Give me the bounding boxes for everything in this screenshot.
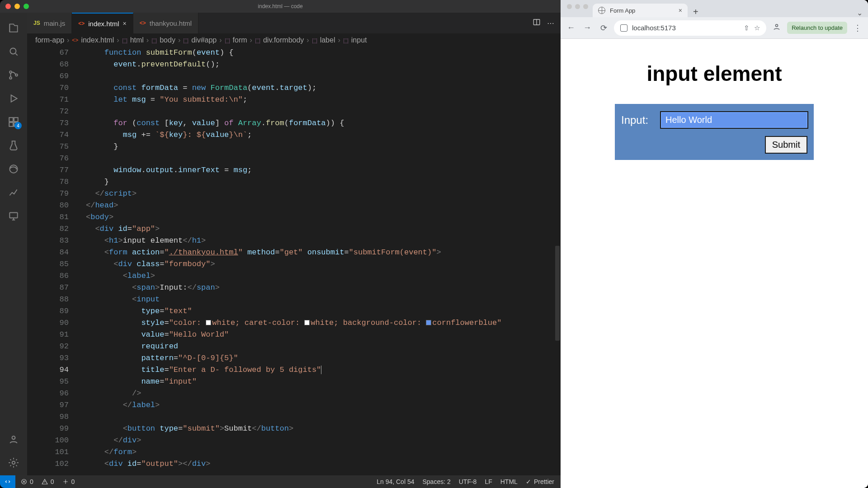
crumb-input: ⬚input bbox=[343, 36, 367, 44]
svg-point-15 bbox=[776, 24, 778, 27]
browser-close-button[interactable] bbox=[567, 4, 572, 9]
edge-icon[interactable] bbox=[3, 158, 24, 180]
input-label: Input: bbox=[621, 114, 648, 127]
traffic-lights bbox=[0, 4, 29, 9]
tab-label: index.html bbox=[88, 20, 119, 28]
breadcrumb[interactable]: form-app› <>index.html› ⬚html› ⬚body› ⬚d… bbox=[27, 33, 561, 47]
status-formatter[interactable]: ✓ Prettier bbox=[526, 478, 554, 485]
crumb-divapp: ⬚div#app bbox=[183, 36, 217, 44]
status-lang[interactable]: HTML bbox=[500, 478, 518, 485]
svg-rect-5 bbox=[14, 117, 18, 122]
reload-button[interactable]: ⟳ bbox=[598, 23, 609, 33]
vscode-titlebar: index.html — code bbox=[0, 0, 561, 13]
testing-icon[interactable] bbox=[3, 135, 24, 156]
explorer-icon[interactable] bbox=[3, 17, 24, 39]
browser-toolbar: ← → ⟳ localhost:5173 ⇧ ☆ Relaunch to upd… bbox=[561, 17, 868, 39]
svg-rect-6 bbox=[9, 122, 13, 127]
crumb-html: ⬚html bbox=[122, 36, 144, 44]
svg-rect-4 bbox=[9, 117, 13, 122]
share-icon[interactable]: ⇧ bbox=[744, 24, 750, 32]
svg-rect-9 bbox=[9, 212, 17, 218]
crumb-project: form-app bbox=[35, 36, 64, 44]
status-errors[interactable]: 0 bbox=[21, 478, 33, 485]
code-editor[interactable]: 6768697071727374757677787980818283848586… bbox=[27, 47, 561, 475]
browser-window: Form App × + ⌄ ← → ⟳ localhost:5173 ⇧ ☆ … bbox=[561, 0, 868, 488]
browser-tab-title: Form App bbox=[610, 7, 635, 14]
tab-label: main.js bbox=[44, 19, 66, 27]
status-bar: 0 0 0 Ln 94, Col 54 Spaces: 2 UTF-8 LF H… bbox=[0, 475, 561, 488]
globe-icon bbox=[598, 7, 605, 14]
activity-bar: 4 bbox=[0, 13, 27, 475]
svg-point-2 bbox=[9, 77, 12, 79]
page-heading: input element bbox=[646, 61, 782, 86]
crumb-formbody: ⬚div.formbody bbox=[255, 36, 304, 44]
graph-icon[interactable] bbox=[3, 182, 24, 203]
close-tab-icon[interactable]: × bbox=[123, 20, 127, 27]
bookmark-icon[interactable]: ☆ bbox=[754, 24, 760, 32]
profile-icon[interactable] bbox=[771, 22, 783, 33]
site-info-icon[interactable] bbox=[620, 24, 627, 32]
html-file-icon: <> bbox=[140, 20, 146, 26]
editor-area: JS main.js <> index.html × <> thankyou.h… bbox=[27, 13, 561, 475]
accounts-icon[interactable] bbox=[3, 428, 24, 450]
status-eol[interactable]: LF bbox=[485, 478, 492, 485]
svg-point-14 bbox=[65, 481, 66, 482]
crumb-label: ⬚label bbox=[312, 36, 335, 44]
close-window-button[interactable] bbox=[5, 4, 11, 9]
html-file-icon: <> bbox=[78, 20, 85, 27]
search-icon[interactable] bbox=[3, 41, 24, 62]
maximize-window-button[interactable] bbox=[24, 4, 29, 9]
tab-label: thankyou.html bbox=[150, 19, 192, 27]
status-spaces[interactable]: Spaces: 2 bbox=[422, 478, 450, 485]
extensions-badge: 4 bbox=[14, 122, 22, 129]
extensions-icon[interactable]: 4 bbox=[3, 111, 24, 133]
page-content: input element Input: Submit bbox=[561, 39, 868, 488]
js-file-icon: JS bbox=[33, 20, 40, 26]
line-gutter: 6768697071727374757677787980818283848586… bbox=[27, 47, 84, 475]
svg-point-1 bbox=[9, 71, 12, 73]
url-bar[interactable]: localhost:5173 ⇧ ☆ bbox=[614, 20, 766, 36]
crumb-form: ⬚form bbox=[225, 36, 247, 44]
remote-indicator[interactable] bbox=[0, 475, 15, 488]
url-text: localhost:5173 bbox=[632, 24, 739, 32]
tab-main-js[interactable]: JS main.js bbox=[27, 13, 72, 33]
browser-tab[interactable]: Form App × bbox=[593, 4, 688, 17]
tab-index-html[interactable]: <> index.html × bbox=[72, 13, 133, 33]
minimize-window-button[interactable] bbox=[14, 4, 20, 9]
text-input[interactable] bbox=[661, 112, 807, 128]
svg-point-11 bbox=[12, 461, 15, 465]
svg-point-0 bbox=[10, 48, 16, 54]
svg-point-10 bbox=[12, 436, 15, 439]
browser-tab-strip: Form App × + ⌄ bbox=[561, 0, 868, 17]
relaunch-button[interactable]: Relaunch to update bbox=[787, 22, 847, 34]
crumb-body: ⬚body bbox=[151, 36, 175, 44]
browser-maximize-button[interactable] bbox=[583, 4, 588, 9]
vscode-window-title: index.html — code bbox=[0, 3, 561, 9]
code-lines[interactable]: function submitForm(event) { event.preve… bbox=[86, 47, 554, 475]
run-debug-icon[interactable] bbox=[3, 88, 24, 109]
scrollbar-thumb[interactable] bbox=[555, 246, 560, 341]
split-editor-icon[interactable] bbox=[533, 18, 541, 28]
source-control-icon[interactable] bbox=[3, 64, 24, 86]
tabstrip-menu-icon[interactable]: ⌄ bbox=[857, 9, 868, 17]
browser-minimize-button[interactable] bbox=[575, 4, 580, 9]
crumb-file: <>index.html bbox=[72, 36, 114, 44]
close-tab-icon[interactable]: × bbox=[679, 7, 682, 14]
submit-button[interactable]: Submit bbox=[765, 136, 807, 154]
more-actions-icon[interactable]: ⋯ bbox=[547, 19, 554, 28]
settings-gear-icon[interactable] bbox=[3, 452, 24, 474]
status-encoding[interactable]: UTF-8 bbox=[459, 478, 477, 485]
forward-button[interactable]: → bbox=[581, 23, 593, 33]
tab-bar: JS main.js <> index.html × <> thankyou.h… bbox=[27, 13, 561, 33]
status-cursor[interactable]: Ln 94, Col 54 bbox=[377, 478, 414, 485]
form-body: Input: Submit bbox=[615, 104, 814, 160]
vscode-window: index.html — code 4 bbox=[0, 0, 561, 488]
status-warnings[interactable]: 0 bbox=[42, 478, 54, 485]
status-ports[interactable]: 0 bbox=[62, 478, 75, 485]
back-button[interactable]: ← bbox=[565, 23, 577, 33]
tab-thankyou-html[interactable]: <> thankyou.html bbox=[133, 13, 198, 33]
remote-icon[interactable] bbox=[3, 205, 24, 227]
new-tab-button[interactable]: + bbox=[688, 7, 704, 17]
browser-traffic-lights bbox=[565, 4, 593, 14]
browser-menu-icon[interactable]: ⋮ bbox=[852, 23, 863, 33]
